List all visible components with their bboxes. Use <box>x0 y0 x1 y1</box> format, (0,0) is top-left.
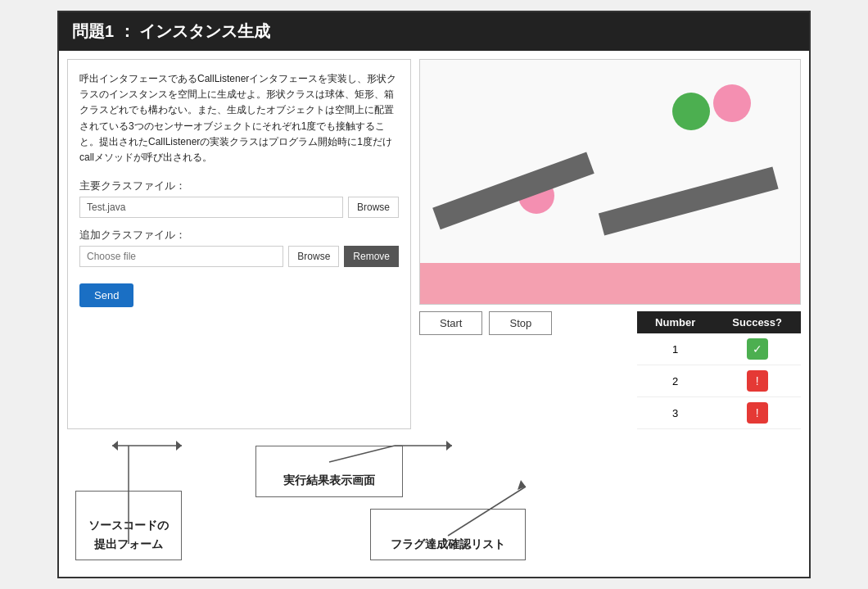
circle-pink-top <box>713 84 751 122</box>
additional-file-browse-button[interactable]: Browse <box>288 246 339 267</box>
main-file-row: Browse <box>79 197 399 218</box>
controls-table-row: Start Stop Number Success? 1 <box>419 311 801 429</box>
row2-number: 2 <box>637 365 713 397</box>
flag-callout: フラグ達成確認リスト <box>370 509 526 560</box>
col-number-header: Number <box>637 311 713 333</box>
description-text: 呼出インタフェースであるCallListenerインタフェースを実装し、形状クラ… <box>79 71 399 165</box>
main-file-input[interactable] <box>79 197 343 218</box>
form-panel: 呼出インタフェースであるCallListenerインタフェースを実装し、形状クラ… <box>67 59 411 429</box>
main-file-label: 主要クラスファイル： <box>79 179 399 193</box>
page-title: 問題1 ： インスタンス生成 <box>59 12 809 51</box>
table-row: 2 ! <box>637 365 801 397</box>
svg-marker-4 <box>176 441 182 451</box>
result-callout: 実行結果表示画面 <box>255 446 403 497</box>
row1-number: 1 <box>637 333 713 365</box>
row1-success: ✓ <box>713 333 801 365</box>
table-row: 3 ! <box>637 397 801 429</box>
success-badge: ✓ <box>747 338 768 360</box>
additional-file-input[interactable] <box>79 246 283 267</box>
circle-green <box>672 93 710 130</box>
col-success-header: Success? <box>713 311 801 333</box>
svg-marker-3 <box>112 441 118 451</box>
additional-file-label: 追加クラスファイル： <box>79 228 399 242</box>
additional-file-section: 追加クラスファイル： Browse Remove <box>79 228 399 267</box>
svg-marker-7 <box>446 441 452 451</box>
row2-success: ! <box>713 365 801 397</box>
main-file-section: 主要クラスファイル： Browse <box>79 179 399 218</box>
rect-tilted-lower <box>432 152 594 229</box>
main-container: 問題1 ： インスタンス生成 呼出インタフェースであるCallListenerイ… <box>57 11 811 578</box>
simulation-canvas <box>419 59 801 305</box>
source-callout: ソースコードの 提出フォーム <box>75 491 182 560</box>
additional-file-remove-button[interactable]: Remove <box>344 246 399 267</box>
send-button[interactable]: Send <box>79 283 133 307</box>
results-table: Number Success? 1 ✓ 2 <box>637 311 801 429</box>
control-buttons: Start Stop <box>419 311 552 335</box>
stop-button[interactable]: Stop <box>489 311 552 335</box>
start-button[interactable]: Start <box>419 311 482 335</box>
fail-badge: ! <box>747 370 768 392</box>
fail-badge: ! <box>747 402 768 424</box>
main-content: 呼出インタフェースであるCallListenerインタフェースを実装し、形状クラ… <box>59 51 809 437</box>
main-file-browse-button[interactable]: Browse <box>348 197 399 218</box>
row3-success: ! <box>713 397 801 429</box>
controls-col: Start Stop <box>419 311 552 335</box>
right-panel: Start Stop Number Success? 1 <box>419 59 801 429</box>
annotations-section: ソースコードの 提出フォーム 実行結果表示画面 フラグ達成確認リスト <box>67 437 801 569</box>
table-row: 1 ✓ <box>637 333 801 365</box>
pink-ground <box>420 263 800 304</box>
rect-tilted-upper <box>599 166 779 235</box>
svg-marker-9 <box>518 480 526 490</box>
row3-number: 3 <box>637 397 713 429</box>
additional-file-row: Browse Remove <box>79 246 399 267</box>
